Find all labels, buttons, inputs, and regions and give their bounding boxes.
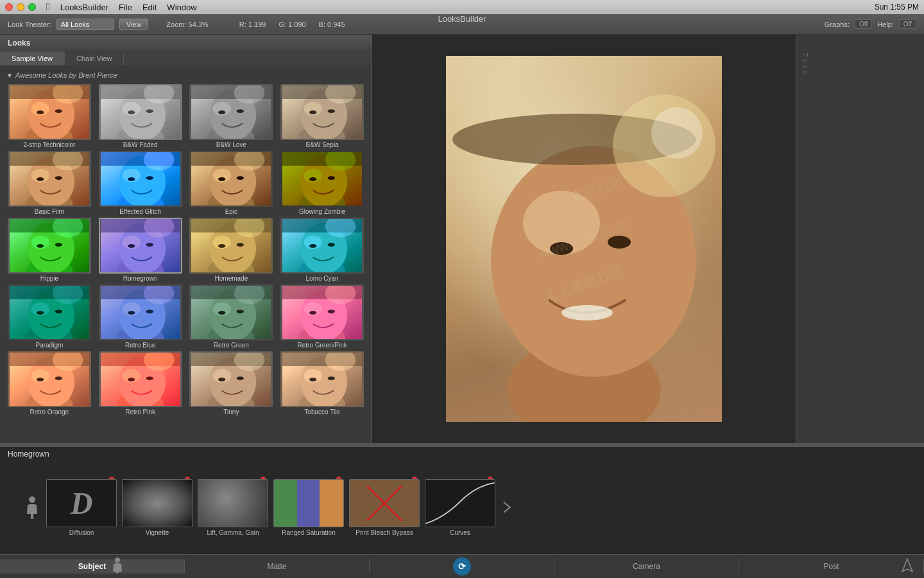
chain-items-row: D Diffusion Vignette Lift, Gamma, Ga	[0, 461, 924, 554]
look-name-retro-orange: Retro Orange	[30, 408, 69, 416]
look-item-b-w-love[interactable]: B&W Love	[187, 84, 276, 148]
g-value: G: 1.090	[278, 21, 305, 28]
looks-content[interactable]: ▼ Awesome Looks by Brent Pierce 2-strip …	[0, 66, 372, 443]
nav-tab-matte[interactable]: Matte	[185, 559, 370, 574]
menubar-right: Sun 1:55 PM	[875, 3, 919, 12]
zoom-label: Zoom: 54.3%	[166, 21, 208, 28]
svg-point-28	[309, 110, 316, 114]
svg-point-100	[37, 311, 44, 315]
right-nav-icon	[501, 496, 516, 520]
nav-tab-post[interactable]: Post	[739, 559, 924, 574]
look-item-lomo-cyan[interactable]: Lomo Cyan	[278, 218, 366, 282]
graphs-off-button[interactable]: Off	[855, 19, 872, 29]
look-item-retro-orange[interactable]: Retro Orange	[5, 351, 94, 416]
menubar:  LooksBuilder File Edit Window Sun 1:55…	[0, 0, 924, 14]
svg-point-157	[328, 376, 335, 380]
nav-tab-subject[interactable]: Subject	[0, 559, 185, 574]
bottom-right-icon	[901, 557, 914, 574]
group-arrow-icon: ▼	[6, 72, 13, 79]
minimize-button[interactable]	[17, 3, 24, 11]
svg-point-12	[128, 110, 135, 114]
look-item-homemade[interactable]: Homemade	[187, 218, 276, 282]
vignette-visual	[123, 480, 192, 527]
nav-tab-camera[interactable]: Camera	[554, 559, 739, 574]
look-name-retro-gp: Retro Green/Pink	[297, 342, 346, 349]
look-theater-input[interactable]	[56, 19, 114, 30]
look-name-basic-film: Basic Film	[35, 208, 64, 215]
look-thumb-tinny	[189, 351, 273, 407]
look-item-retro-pink[interactable]: Retro Pink	[96, 351, 185, 416]
svg-point-77	[146, 243, 153, 247]
look-name-bw: B&W Love	[216, 141, 246, 148]
look-item-homegrown[interactable]: Homegrown	[96, 218, 185, 282]
look-item-paradigm[interactable]: Paradigm	[5, 285, 94, 349]
look-item-effected-glitch[interactable]: Effected Glitch	[96, 151, 185, 215]
chain-item-vignette[interactable]: Vignette	[122, 479, 193, 536]
svg-point-109	[146, 310, 153, 313]
look-name-hippie: Hippie	[40, 275, 58, 282]
look-item-retro-green-pink[interactable]: Retro Green/Pink	[278, 285, 366, 349]
look-thumb-bw	[189, 84, 273, 140]
close-button[interactable]	[5, 3, 13, 11]
main-layout: Looks Sample View Chain View ▼ Awesome L…	[0, 35, 924, 443]
chain-item-lgg[interactable]: Lift, Gamma, Gain	[198, 479, 268, 536]
svg-point-61	[328, 176, 335, 180]
menu-looksbuilder[interactable]: LooksBuilder	[60, 3, 108, 12]
look-thumb-homegrown	[99, 218, 182, 274]
svg-point-140	[128, 378, 135, 381]
looks-tabs: Sample View Chain View	[0, 51, 372, 66]
chain-item-pb[interactable]: Print Bleach Bypass	[349, 479, 420, 536]
look-thumb-retro-pink	[99, 351, 182, 407]
chain-item-diffusion[interactable]: D Diffusion	[46, 479, 117, 536]
looks-group-header: ▼ Awesome Looks by Brent Pierce	[3, 69, 369, 82]
look-thumb-bw-faded	[99, 84, 182, 140]
brand-icon: ⟳	[458, 561, 466, 572]
look-thumb-hippie	[8, 218, 91, 274]
chain-item-curves[interactable]: Curves	[425, 479, 495, 536]
help-off-button[interactable]: Off	[899, 19, 916, 29]
look-item-basic-film[interactable]: Basic Film	[5, 151, 94, 215]
tab-sample-view[interactable]: Sample View	[0, 51, 65, 66]
chain-view-label: Homegrown	[0, 447, 924, 461]
maximize-button[interactable]	[28, 3, 36, 11]
person-icon	[26, 496, 41, 520]
subject-person-icon	[112, 557, 123, 574]
look-item-b-w-faded[interactable]: B&W Faded	[96, 84, 185, 148]
svg-point-29	[328, 109, 335, 113]
look-name-tobacco: Tobacco Tile	[304, 408, 340, 416]
look-item-retro-green[interactable]: Retro Green	[187, 285, 276, 349]
graphs-label: Graphs:	[825, 21, 850, 28]
look-item-tinny[interactable]: Tinny	[187, 351, 276, 416]
brand-logo: ⟳	[453, 557, 471, 575]
looks-grid: 2-strip Technicolor B&W Faded	[3, 82, 369, 418]
group-name: Awesome Looks by Brent Pierce	[15, 71, 117, 79]
look-item-b-w-sepia[interactable]: B&W Sepia	[278, 84, 366, 148]
svg-point-125	[328, 310, 335, 313]
apple-menu[interactable]: 	[46, 1, 50, 13]
rs-thumb-container	[273, 479, 344, 527]
toolbar: Look Theater: View Zoom: 54.3% R: 1.199 …	[0, 14, 924, 35]
menu-file[interactable]: File	[119, 3, 132, 12]
tab-chain-view[interactable]: Chain View	[65, 51, 124, 66]
look-name-zombie: Glowing Zombie	[299, 208, 345, 215]
curves-svg	[425, 480, 495, 527]
look-name-lomo-cyan: Lomo Cyan	[306, 275, 339, 282]
look-item-glowing-zombie[interactable]: Glowing Zombie	[278, 151, 366, 215]
svg-point-117	[237, 310, 244, 313]
look-item-hippie[interactable]: Hippie	[5, 218, 94, 282]
curves-label: Curves	[450, 529, 470, 536]
menu-window[interactable]: Window	[167, 3, 196, 12]
pb-visual	[350, 480, 419, 527]
b-value: B: 0.945	[319, 21, 345, 28]
chain-item-rs[interactable]: Ranged Saturation	[273, 479, 344, 536]
view-button[interactable]: View	[119, 19, 149, 30]
look-item-2-strip-technicolor[interactable]: 2-strip Technicolor	[5, 84, 94, 148]
menu-edit[interactable]: Edit	[142, 3, 157, 12]
clock: Sun 1:55 PM	[875, 3, 919, 12]
look-item-epic[interactable]: Epic	[187, 151, 276, 215]
look-theater-label: Look Theater:	[8, 21, 51, 28]
look-item-retro-blue[interactable]: Retro Blue	[96, 285, 185, 349]
look-name-homemade: Homemade	[215, 275, 248, 282]
look-item-tobacco-tile[interactable]: Tobacco Tile	[278, 351, 366, 416]
svg-point-165	[550, 242, 573, 255]
